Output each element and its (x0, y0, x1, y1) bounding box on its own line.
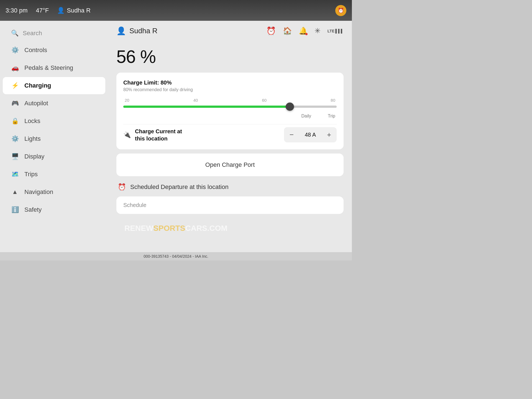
trip-mode-label[interactable]: Trip (328, 114, 335, 119)
lights-icon: ⚙️ (11, 135, 19, 142)
locks-label: Locks (24, 117, 40, 125)
open-charge-port-card: Open Charge Port (116, 154, 344, 176)
status-orange-icon: ⏰ (335, 5, 346, 16)
navigation-label: Navigation (24, 188, 53, 196)
content-header: 👤 Sudha R ⏰ 🏠 🔔 ✳ LTE ▌▌▌ (116, 26, 344, 40)
sidebar-item-display[interactable]: 🖥️ Display (3, 148, 105, 165)
trips-icon: 🗺️ (11, 171, 19, 178)
lte-badge: LTE ▌▌▌ (328, 29, 344, 33)
charge-current-row: 🔌 Charge Current atthis location − 48 A … (123, 124, 337, 142)
navigation-icon: ▲ (11, 188, 19, 196)
charge-current-value: 48 A (299, 132, 321, 138)
user-name: Sudha R (129, 27, 157, 35)
main-content: 👤 Sudha R ⏰ 🏠 🔔 ✳ LTE ▌▌▌ 56 % Char (108, 21, 352, 252)
bottom-bar: 000-39135743 - 04/04/2024 - IAA Inc. (0, 252, 352, 260)
charge-limit-title: Charge Limit: 80% (123, 80, 337, 86)
sidebar-item-trips[interactable]: 🗺️ Trips (3, 166, 105, 183)
slider-labels: 20 40 60 80 (123, 98, 337, 103)
sidebar-item-lights[interactable]: ⚙️ Lights (3, 130, 105, 147)
charging-label: Charging (24, 82, 51, 89)
home-icon[interactable]: 🏠 (283, 27, 292, 35)
charging-icon: ⚡ (11, 82, 19, 89)
schedule-card: Schedule (116, 196, 344, 214)
avatar-icon: 👤 (116, 26, 126, 35)
charge-limit-subtitle: 80% recommended for daily driving (123, 87, 337, 92)
user-info: 👤 Sudha R (116, 26, 157, 35)
bottom-bar-text: 000-39135743 - 04/04/2024 - IAA Inc. (144, 254, 208, 259)
safety-icon: ℹ️ (11, 206, 19, 213)
slider-label-20: 20 (125, 98, 129, 103)
sidebar: 🔍 Search ⚙️ Controls 🚗 Pedals & Steering… (0, 21, 108, 252)
sidebar-item-controls[interactable]: ⚙️ Controls (3, 42, 105, 59)
charge-limit-card: Charge Limit: 80% 80% recommended for da… (116, 73, 344, 149)
pedals-icon: 🚗 (11, 64, 19, 71)
bluetooth-icon[interactable]: ✳ (314, 27, 321, 35)
sidebar-item-safety[interactable]: ℹ️ Safety (3, 201, 105, 218)
display-label: Display (24, 153, 44, 160)
trips-label: Trips (24, 171, 38, 178)
scheduled-icon: ⏰ (118, 183, 126, 191)
slider-label-40: 40 (193, 98, 198, 103)
lights-label: Lights (24, 135, 41, 142)
slider-fill (123, 106, 290, 108)
autopilot-icon: 🎮 (11, 100, 19, 107)
daily-mode-label[interactable]: Daily (301, 114, 311, 119)
main-layout: 🔍 Search ⚙️ Controls 🚗 Pedals & Steering… (0, 21, 352, 252)
sidebar-item-navigation[interactable]: ▲ Navigation (3, 183, 105, 201)
safety-label: Safety (24, 206, 42, 213)
open-charge-port-button[interactable]: Open Charge Port (116, 154, 344, 176)
schedule-label: Schedule (123, 202, 146, 208)
status-user: 👤 Sudha R (57, 7, 91, 14)
charge-current-label: Charge Current atthis location (135, 128, 284, 142)
user-icon: 👤 (57, 7, 65, 14)
search-label: Search (23, 30, 42, 37)
scheduled-text: Scheduled Departure at this location (130, 183, 229, 191)
sidebar-item-autopilot[interactable]: 🎮 Autopilot (3, 95, 105, 112)
sidebar-item-pedals-steering[interactable]: 🚗 Pedals & Steering (3, 59, 105, 76)
watermark-cars: CARS.COM (185, 224, 227, 232)
pedals-label: Pedals & Steering (24, 64, 73, 71)
search-item[interactable]: 🔍 Search (3, 25, 105, 41)
controls-label: Controls (24, 47, 47, 54)
charge-slider[interactable] (123, 104, 337, 109)
charge-percentage: 56 % (116, 47, 344, 67)
alarm-icon[interactable]: ⏰ (266, 26, 276, 35)
bell-icon[interactable]: 🔔 (299, 27, 308, 35)
sidebar-item-locks[interactable]: 🔒 Locks (3, 112, 105, 130)
status-time: 3:30 pm (6, 7, 28, 14)
scheduled-departure-row: ⏰ Scheduled Departure at this location (116, 180, 344, 194)
charge-current-control: − 48 A + (284, 127, 337, 142)
bell-dot (305, 33, 308, 35)
autopilot-label: Autopilot (24, 100, 48, 107)
sidebar-item-charging[interactable]: ⚡ Charging (3, 77, 105, 94)
status-bar: 3:30 pm 47°F 👤 Sudha R ⏰ (0, 0, 352, 21)
watermark-renew: RENEW (124, 224, 153, 232)
slider-mode-row: Daily Trip (123, 114, 337, 119)
controls-icon: ⚙️ (11, 47, 19, 54)
watermark: RENEWSPORTSCARS.COM (124, 224, 227, 233)
slider-thumb[interactable] (286, 103, 294, 111)
watermark-sports: SPORTS (153, 224, 185, 232)
header-icons: ⏰ 🏠 🔔 ✳ LTE ▌▌▌ (266, 26, 344, 35)
slider-label-60: 60 (262, 98, 267, 103)
display-icon: 🖥️ (11, 153, 19, 160)
status-bar-right: ⏰ (335, 5, 346, 16)
charge-decrease-button[interactable]: − (284, 127, 299, 142)
locks-icon: 🔒 (11, 117, 19, 125)
search-icon: 🔍 (11, 30, 19, 37)
charge-increase-button[interactable]: + (321, 127, 337, 142)
charge-plug-icon: 🔌 (123, 131, 131, 139)
slider-label-80: 80 (331, 98, 335, 103)
status-temperature: 47°F (36, 7, 49, 14)
